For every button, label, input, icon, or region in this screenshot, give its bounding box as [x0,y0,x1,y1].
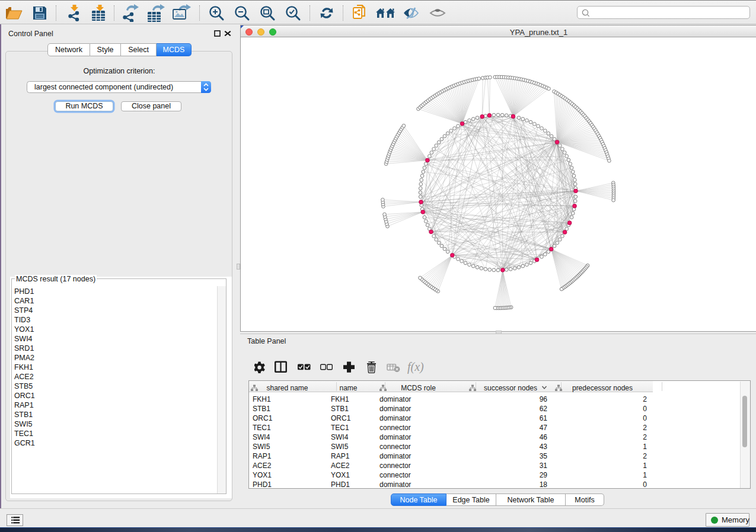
svg-text:f(x): f(x) [407,360,424,374]
